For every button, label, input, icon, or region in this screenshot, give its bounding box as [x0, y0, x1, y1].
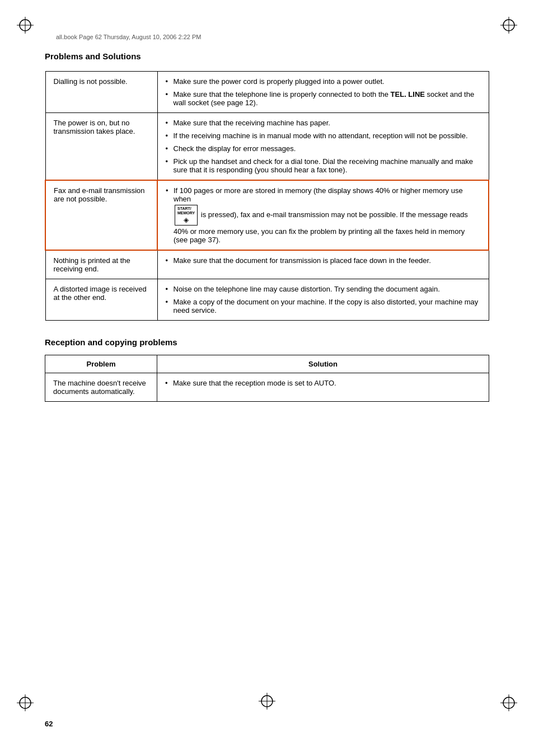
problem-text: The machine doesn't receive documents au…	[53, 379, 146, 396]
list-item: If 100 pages or more are stored in memor…	[166, 186, 480, 244]
problem-cell: The machine doesn't receive documents au…	[45, 373, 157, 402]
solution-list: If 100 pages or more are stored in memor…	[166, 186, 480, 244]
section1-title: Problems and Solutions	[45, 51, 489, 61]
reception-section: Reception and copying problems Problem S…	[45, 337, 489, 402]
solution-cell: Noise on the telephone line may cause di…	[157, 279, 489, 321]
list-item: Check the display for error messages.	[166, 144, 481, 153]
problem-text: A distorted image is received at the oth…	[54, 285, 147, 302]
list-item: Pick up the handset and check for a dial…	[166, 157, 481, 174]
col-header-problem: Problem	[45, 355, 157, 373]
start-memory-icon: START/MEMORY ◈	[175, 205, 198, 226]
table-header-row: Problem Solution	[45, 355, 489, 373]
problem-cell: A distorted image is received at the oth…	[45, 279, 157, 321]
reg-mark-br	[500, 694, 517, 711]
reg-mark-tl	[17, 17, 34, 34]
problem-text: Nothing is printed at the receiving end.	[54, 256, 130, 273]
problem-text: The power is on, but no transmission tak…	[54, 119, 135, 135]
reception-title: Reception and copying problems	[45, 337, 489, 347]
problem-cell: Dialling is not possible.	[45, 72, 157, 113]
table-row-highlighted: Fax and e-mail transmission are not poss…	[45, 180, 489, 250]
solution-list: Noise on the telephone line may cause di…	[166, 285, 481, 314]
file-info: all.book Page 62 Thursday, August 10, 20…	[56, 34, 489, 40]
solution-list: Make sure that the receiving machine has…	[166, 119, 481, 174]
solution-cell: Make sure the power cord is properly plu…	[157, 72, 489, 113]
list-item: If the receiving machine is in manual mo…	[166, 132, 481, 140]
problem-text: Fax and e-mail transmission are not poss…	[54, 186, 145, 203]
reg-mark-bl	[17, 694, 34, 711]
page: all.book Page 62 Thursday, August 10, 20…	[0, 0, 534, 756]
reg-mark-tr	[500, 17, 517, 34]
solution-cell: Make sure that the receiving machine has…	[157, 113, 489, 181]
reg-mark-bc	[259, 693, 275, 711]
table-row: Nothing is printed at the receiving end.…	[45, 250, 489, 279]
solution-list: Make sure the power cord is properly plu…	[166, 77, 481, 107]
col-header-solution: Solution	[157, 355, 489, 373]
problems-table: Dialling is not possible. Make sure the …	[45, 71, 489, 321]
solution-cell: Make sure that the document for transmis…	[157, 250, 489, 279]
table-row: The machine doesn't receive documents au…	[45, 373, 489, 402]
list-item: Make sure that the receiving machine has…	[166, 119, 481, 127]
solution-cell: If 100 pages or more are stored in memor…	[157, 180, 489, 250]
problem-cell: Nothing is printed at the receiving end.	[45, 250, 157, 279]
problem-cell: Fax and e-mail transmission are not poss…	[45, 180, 157, 250]
problem-cell: The power is on, but no transmission tak…	[45, 113, 157, 181]
solution-cell: Make sure that the reception mode is set…	[157, 373, 489, 402]
list-item: Make sure that the telephone line is pro…	[166, 90, 481, 107]
solution-list: Make sure that the reception mode is set…	[165, 379, 481, 387]
list-item: Make sure that the document for transmis…	[166, 256, 481, 265]
page-number: 62	[45, 720, 53, 728]
table-row: Dialling is not possible. Make sure the …	[45, 72, 489, 113]
table-row: A distorted image is received at the oth…	[45, 279, 489, 321]
list-item: Make a copy of the document on your mach…	[166, 298, 481, 314]
table-row: The power is on, but no transmission tak…	[45, 113, 489, 181]
list-item: Make sure that the reception mode is set…	[165, 379, 481, 387]
problem-text: Dialling is not possible.	[54, 77, 128, 86]
list-item: Make sure the power cord is properly plu…	[166, 77, 481, 86]
reception-table: Problem Solution The machine doesn't rec…	[45, 355, 489, 402]
solution-list: Make sure that the document for transmis…	[166, 256, 481, 265]
list-item: Noise on the telephone line may cause di…	[166, 285, 481, 293]
